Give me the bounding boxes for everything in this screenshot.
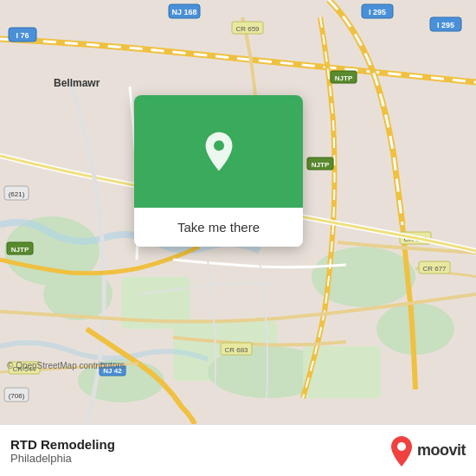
location-pin-icon [198, 131, 240, 172]
map-container: I 76 NJ 168 I 295 I 295 NJTP NJTP CR 659… [0, 0, 476, 424]
svg-text:(706): (706) [9, 392, 25, 400]
svg-text:CR 659: CR 659 [235, 25, 260, 33]
moovit-logo[interactable]: moovit [389, 435, 466, 466]
bottom-bar: RTD Remodeling Philadelphia moovit [0, 424, 476, 476]
moovit-pin-icon [389, 435, 414, 466]
popup-green-area [134, 95, 303, 208]
popup-card: Take me there [134, 95, 303, 247]
svg-point-41 [214, 140, 224, 151]
svg-text:I 295: I 295 [437, 21, 454, 29]
svg-text:I 295: I 295 [369, 8, 386, 16]
take-me-there-button[interactable]: Take me there [134, 208, 303, 247]
svg-point-42 [397, 442, 406, 451]
map-attribution: © OpenStreetMap contributors [7, 361, 125, 370]
svg-text:NJTP: NJTP [335, 74, 353, 82]
svg-text:NJTP: NJTP [11, 246, 29, 254]
svg-text:Bellmawr: Bellmawr [54, 77, 100, 89]
moovit-brand-text: moovit [417, 441, 466, 460]
svg-text:CR 683: CR 683 [224, 346, 248, 354]
place-name: RTD Remodeling [10, 437, 115, 452]
svg-text:I 76: I 76 [16, 31, 29, 40]
place-city: Philadelphia [10, 452, 115, 465]
svg-text:(621): (621) [9, 190, 25, 198]
place-info: RTD Remodeling Philadelphia [10, 437, 115, 465]
svg-text:NJ 168: NJ 168 [171, 8, 196, 16]
svg-text:NJTP: NJTP [312, 161, 330, 169]
svg-text:CR 677: CR 677 [422, 265, 447, 273]
